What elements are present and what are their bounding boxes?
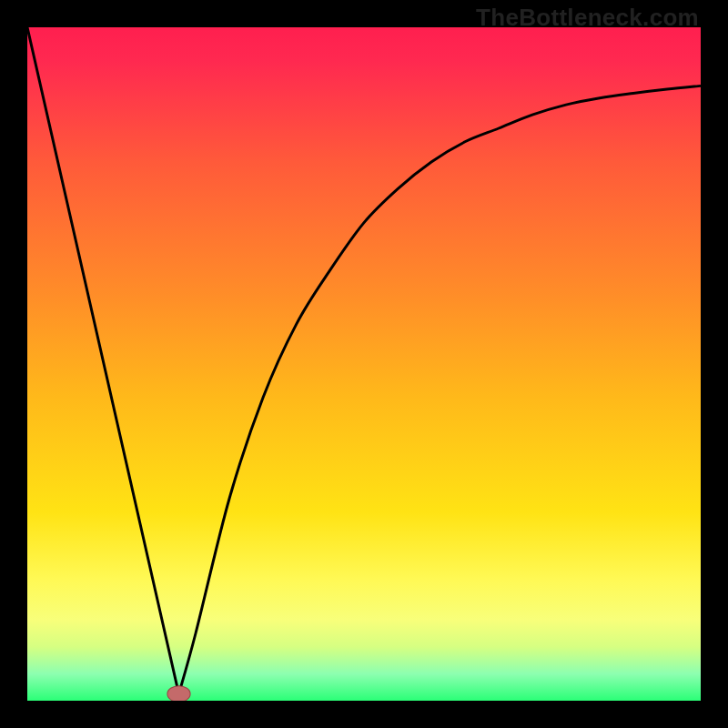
svg-rect-0	[27, 27, 701, 701]
watermark-text: TheBottleneck.com	[476, 4, 699, 32]
chart-container: TheBottleneck.com	[0, 0, 728, 728]
plot-area	[27, 27, 701, 701]
gradient-background	[27, 27, 701, 701]
